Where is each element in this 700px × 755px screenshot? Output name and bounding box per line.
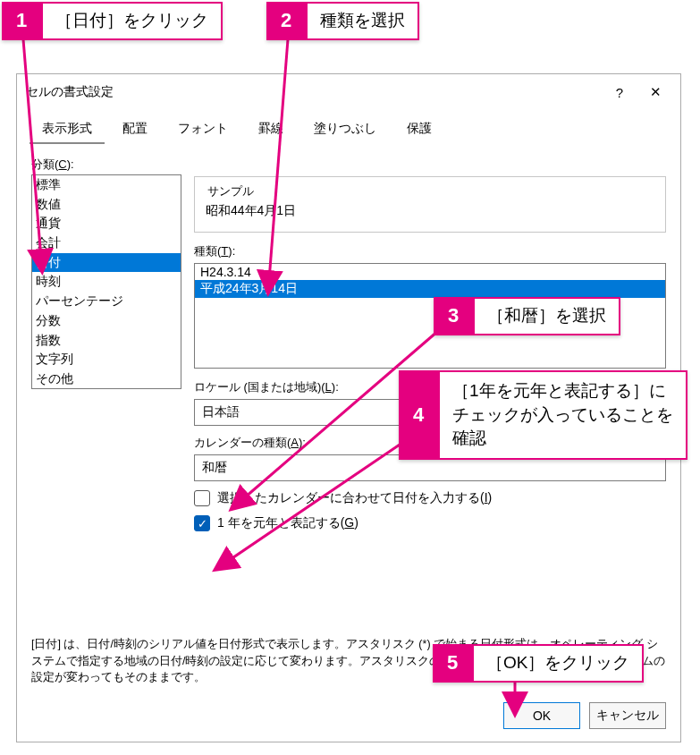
category-option[interactable]: その他 bbox=[32, 369, 181, 389]
tab-border[interactable]: 罫線 bbox=[246, 115, 296, 144]
callout-5: 5 ［OK］をクリック bbox=[433, 644, 644, 683]
callout-num: 1 bbox=[2, 2, 41, 40]
callout-3: 3 ［和暦］を選択 bbox=[434, 297, 620, 335]
category-option[interactable]: 分数 bbox=[32, 311, 181, 331]
tab-strip: 表示形式 配置 フォント 罫線 塗りつぶし 保護 bbox=[17, 106, 680, 144]
callout-text: 種類を選択 bbox=[306, 2, 419, 40]
category-option[interactable]: パーセンテージ bbox=[32, 292, 181, 311]
category-option[interactable]: 文字列 bbox=[32, 350, 181, 369]
sample-value: 昭和44年4月1日 bbox=[204, 199, 656, 223]
help-button[interactable]: ? bbox=[602, 80, 637, 105]
dialog-buttons: OK キャンセル bbox=[17, 695, 680, 742]
tab-font[interactable]: フォント bbox=[165, 115, 240, 144]
category-option[interactable]: 標準 bbox=[32, 175, 181, 195]
callout-text: ［和暦］を選択 bbox=[473, 297, 620, 335]
callout-num: 3 bbox=[434, 297, 473, 335]
gannen-checkbox[interactable]: ✓ 1 年を元年と表記する(G) bbox=[194, 515, 666, 531]
category-option[interactable]: 通貨 bbox=[32, 214, 181, 233]
locale-value: 日本語 bbox=[202, 404, 240, 420]
tab-alignment[interactable]: 配置 bbox=[110, 115, 160, 144]
checkbox-icon bbox=[194, 490, 210, 506]
category-option[interactable]: 指数 bbox=[32, 331, 181, 351]
input-dates-checkbox[interactable]: 選択したカレンダーに合わせて日付を入力する(I) bbox=[194, 490, 666, 506]
callout-text: ［1年を元年と表記する］にチェックが入っていることを確認 bbox=[438, 370, 687, 460]
callout-text: ［OK］をクリック bbox=[472, 644, 644, 683]
calendar-value: 和暦 bbox=[202, 460, 227, 476]
callout-4: 4 ［1年を元年と表記する］にチェックが入っていることを確認 bbox=[399, 370, 687, 460]
category-option[interactable]: 数値 bbox=[32, 195, 181, 215]
sample-group: サンプル 昭和44年4月1日 bbox=[194, 176, 666, 233]
checkbox-checked-icon: ✓ bbox=[194, 515, 210, 531]
callout-text: ［日付］をクリック bbox=[41, 2, 223, 40]
callout-num: 2 bbox=[266, 2, 306, 40]
type-label: 種類(T): bbox=[194, 243, 666, 259]
titlebar: セルの書式設定 ? ✕ bbox=[17, 74, 680, 106]
category-option[interactable]: 会計 bbox=[32, 233, 181, 253]
callout-2: 2 種類を選択 bbox=[266, 2, 419, 40]
category-option-date[interactable]: 日付 bbox=[32, 253, 181, 273]
checkbox-label: 1 年を元年と表記する(G) bbox=[217, 515, 358, 531]
tab-fill[interactable]: 塗りつぶし bbox=[301, 115, 389, 144]
category-option[interactable]: 時刻 bbox=[32, 272, 181, 292]
tab-protection[interactable]: 保護 bbox=[394, 115, 444, 144]
ok-button[interactable]: OK bbox=[503, 702, 580, 729]
category-label: 分類(C): bbox=[31, 157, 666, 173]
callout-num: 4 bbox=[399, 370, 438, 460]
type-option-selected[interactable]: 平成24年3月14日 bbox=[195, 280, 665, 298]
sample-label: サンプル bbox=[204, 183, 257, 199]
close-button[interactable]: ✕ bbox=[637, 80, 673, 105]
checkbox-label: 選択したカレンダーに合わせて日付を入力する(I) bbox=[217, 490, 492, 506]
category-listbox[interactable]: 標準 数値 通貨 会計 日付 時刻 パーセンテージ 分数 指数 文字列 その他 … bbox=[31, 174, 181, 389]
cancel-button[interactable]: キャンセル bbox=[589, 702, 666, 729]
dialog-title: セルの書式設定 bbox=[26, 84, 602, 100]
callout-1: 1 ［日付］をクリック bbox=[2, 2, 223, 40]
type-option[interactable]: H24.3.14 bbox=[195, 264, 665, 280]
callout-num: 5 bbox=[433, 644, 472, 683]
tab-number-format[interactable]: 表示形式 bbox=[30, 115, 105, 144]
